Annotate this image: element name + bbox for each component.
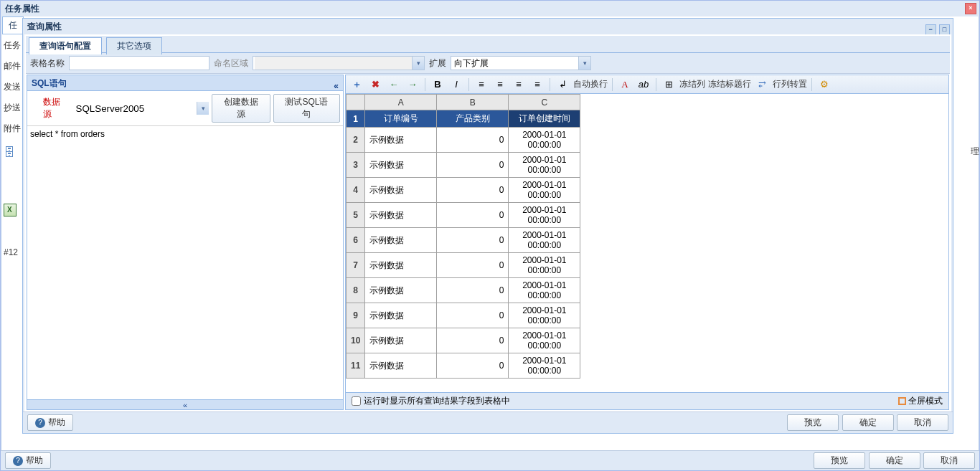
cell-b[interactable]: 0	[437, 128, 509, 153]
cell-c[interactable]: 2000-01-01 00:00:00	[509, 153, 580, 178]
datasource-combo[interactable]: ▾	[76, 102, 209, 115]
cell-b[interactable]: 0	[437, 328, 509, 353]
cell-c[interactable]: 2000-01-01 00:00:00	[509, 303, 580, 328]
row-header[interactable]: 4	[347, 178, 365, 203]
tab-query-config[interactable]: 查询语句配置	[29, 37, 102, 54]
wrap-text-icon[interactable]: ↲	[555, 77, 570, 92]
cell-b[interactable]: 0	[437, 353, 509, 379]
autowrap-label[interactable]: 自动换行	[573, 78, 608, 90]
xls-icon[interactable]	[2, 163, 22, 223]
cell-b[interactable]: 0	[437, 253, 509, 278]
cell-b[interactable]: 0	[437, 153, 509, 178]
cell-b[interactable]: 0	[437, 303, 509, 328]
cell-a[interactable]: 示例数据	[365, 128, 437, 153]
align-right-icon[interactable]: ≡	[511, 77, 527, 92]
background-tab[interactable]: 任	[2, 16, 24, 34]
arrow-right-icon[interactable]: →	[405, 77, 420, 92]
cell-a[interactable]: 示例数据	[365, 303, 437, 328]
inner-cancel-button[interactable]: 取消	[897, 414, 948, 431]
cell-c[interactable]: 2000-01-01 00:00:00	[509, 228, 580, 253]
cell-c[interactable]: 2000-01-01 00:00:00	[509, 328, 580, 353]
maximize-icon[interactable]: □	[939, 24, 950, 35]
gear-icon[interactable]: ⚙	[816, 77, 832, 92]
inner-ok-button[interactable]: 确定	[842, 414, 894, 431]
row-header[interactable]: 3	[347, 153, 365, 178]
add-icon[interactable]: ＋	[349, 77, 364, 92]
freeze-header-label[interactable]: 冻结标题行	[708, 78, 751, 90]
table-name-input[interactable]	[69, 56, 209, 70]
field-header-b[interactable]: 产品类别	[437, 110, 509, 128]
inner-preview-button[interactable]: 预览	[787, 414, 839, 431]
cell-b[interactable]: 0	[437, 278, 509, 303]
row-header[interactable]: 2	[347, 128, 365, 153]
collapse-left-icon[interactable]: «	[334, 78, 339, 94]
cell-c[interactable]: 2000-01-01 00:00:00	[509, 278, 580, 303]
transpose-label[interactable]: 行列转置	[773, 78, 807, 90]
col-header-c[interactable]: C	[509, 95, 580, 110]
sql-textarea[interactable]: select * from orders	[27, 126, 343, 399]
cell-a[interactable]: 示例数据	[365, 178, 437, 203]
outer-help-button[interactable]: ?帮助	[5, 452, 51, 469]
db-icon[interactable]: 🗄	[2, 139, 22, 163]
cell-a[interactable]: 示例数据	[365, 253, 437, 278]
collapse-bottom-icon[interactable]: «	[27, 399, 343, 409]
test-sql-button[interactable]: 测试SQL语句	[273, 94, 340, 123]
cell-c[interactable]: 2000-01-01 00:00:00	[509, 353, 580, 379]
create-datasource-button[interactable]: 创建数据源	[212, 94, 270, 123]
cell-b[interactable]: 0	[437, 228, 509, 253]
row-header[interactable]: 7	[347, 253, 365, 278]
chevron-down-icon[interactable]: ▾	[412, 57, 424, 70]
align-center-icon[interactable]: ≡	[492, 77, 508, 92]
transpose-icon[interactable]: ⥂	[754, 77, 770, 92]
align-justify-icon[interactable]: ≡	[529, 77, 545, 92]
cell-a[interactable]: 示例数据	[365, 153, 437, 178]
expand-combo[interactable]: ▾	[451, 56, 591, 70]
row-header[interactable]: 10	[347, 328, 365, 353]
show-all-fields-checkbox[interactable]	[352, 396, 361, 406]
cell-b[interactable]: 0	[437, 178, 509, 203]
tab-other-options[interactable]: 其它选项	[106, 37, 162, 54]
fullscreen-label[interactable]: 全屏模式	[908, 395, 943, 407]
cell-c[interactable]: 2000-01-01 00:00:00	[509, 178, 580, 203]
cell-b[interactable]: 0	[437, 203, 509, 228]
cell-c[interactable]: 2000-01-01 00:00:00	[509, 128, 580, 153]
inner-help-button[interactable]: ?帮助	[27, 414, 73, 431]
outer-cancel-button[interactable]: 取消	[923, 452, 975, 469]
cell-a[interactable]: 示例数据	[365, 328, 437, 353]
row-header-1[interactable]: 1	[347, 110, 365, 128]
row-header[interactable]: 8	[347, 278, 365, 303]
freeze-col-label[interactable]: 冻结列	[679, 78, 705, 90]
col-header-b[interactable]: B	[437, 95, 509, 110]
outer-ok-button[interactable]: 确定	[869, 452, 920, 469]
font-icon[interactable]: A	[617, 77, 633, 92]
chevron-down-icon[interactable]: ▾	[578, 57, 590, 70]
cell-c[interactable]: 2000-01-01 00:00:00	[509, 253, 580, 278]
cell-a[interactable]: 示例数据	[365, 278, 437, 303]
close-icon[interactable]: ×	[965, 3, 976, 14]
field-header-c[interactable]: 订单创建时间	[509, 110, 580, 128]
outer-preview-button[interactable]: 预览	[814, 452, 865, 469]
highlight-icon[interactable]: ab	[636, 77, 651, 92]
row-header[interactable]: 6	[347, 228, 365, 253]
row-header[interactable]: 9	[347, 303, 365, 328]
fullscreen-icon[interactable]	[898, 397, 906, 405]
cell-c[interactable]: 2000-01-01 00:00:00	[509, 203, 580, 228]
cell-a[interactable]: 示例数据	[365, 353, 437, 379]
col-header-a[interactable]: A	[365, 95, 437, 110]
minimize-icon[interactable]: −	[925, 24, 936, 35]
cell-a[interactable]: 示例数据	[365, 203, 437, 228]
italic-icon[interactable]: I	[448, 77, 464, 92]
bold-icon[interactable]: B	[430, 77, 446, 92]
cell-a[interactable]: 示例数据	[365, 228, 437, 253]
grid-scroll[interactable]: A B C 1 订单编号 产品类别 订单创建时间	[346, 94, 948, 409]
chevron-down-icon[interactable]: ▾	[197, 102, 209, 115]
delete-icon[interactable]: ✖	[367, 77, 383, 92]
align-left-icon[interactable]: ≡	[473, 77, 489, 92]
row-header[interactable]: 11	[347, 353, 365, 379]
arrow-left-icon[interactable]: ←	[386, 77, 402, 92]
field-header-a[interactable]: 订单编号	[365, 110, 437, 128]
corner-cell[interactable]	[347, 95, 365, 110]
freeze-col-icon[interactable]: ⊞	[661, 77, 677, 92]
row-header[interactable]: 5	[347, 203, 365, 228]
named-range-combo[interactable]: ▾	[253, 56, 425, 70]
